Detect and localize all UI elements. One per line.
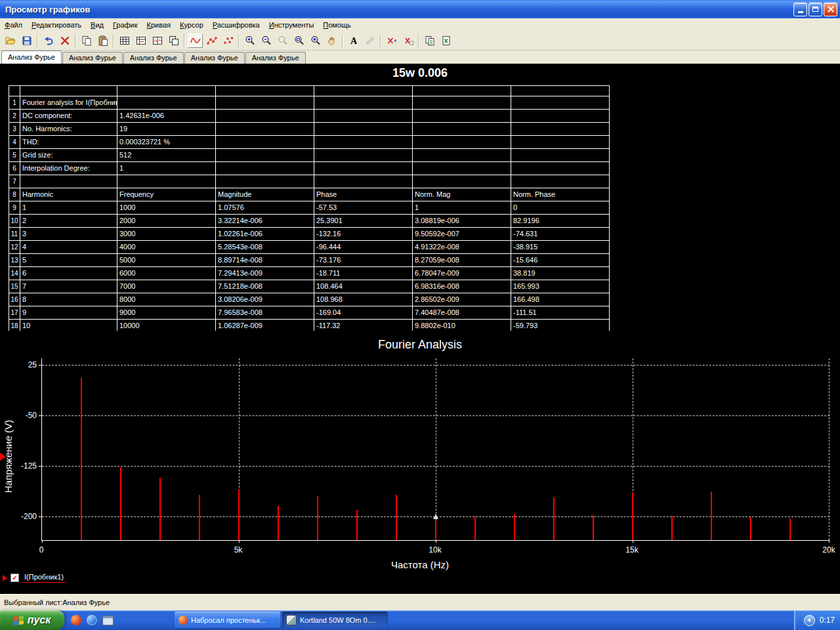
point-mode-button[interactable] bbox=[204, 33, 219, 48]
minimize-button[interactable] bbox=[793, 3, 807, 16]
tab-fourier-analysis-3[interactable]: Анализ Фурье bbox=[123, 52, 184, 64]
zoom-full-button[interactable] bbox=[308, 33, 323, 48]
show-traces-icon bbox=[152, 35, 163, 46]
row-number: 8 bbox=[9, 188, 20, 201]
task-label: Набросал простеньк... bbox=[191, 616, 266, 624]
show-traces-button[interactable] bbox=[150, 33, 165, 48]
copy-button[interactable] bbox=[79, 33, 94, 48]
pan-button[interactable] bbox=[324, 33, 339, 48]
toolbar-separator bbox=[37, 34, 38, 47]
tab-fourier-analysis-5[interactable]: Анализ Фурье bbox=[245, 52, 306, 64]
menu-item-9[interactable]: Помощь bbox=[318, 19, 356, 31]
properties-icon bbox=[169, 35, 179, 46]
menu-item-8[interactable]: Инструменты bbox=[264, 19, 319, 31]
delete-icon bbox=[60, 35, 70, 46]
table-cell: -117.32 bbox=[314, 320, 413, 331]
tab-fourier-analysis-1[interactable]: Анализ Фурье bbox=[1, 51, 62, 64]
cursor-values-button[interactable] bbox=[400, 33, 415, 48]
properties-button[interactable] bbox=[166, 33, 181, 48]
table-row: 10220003.32214e-00625.39013.08819e-00682… bbox=[9, 215, 610, 228]
table-cell: 165.993 bbox=[511, 280, 610, 293]
close-button[interactable] bbox=[824, 3, 837, 16]
menu-item-3[interactable]: Вид bbox=[86, 19, 108, 31]
menu-item-2[interactable]: Редактировать bbox=[27, 19, 86, 31]
export-data-button[interactable] bbox=[438, 33, 453, 48]
fourier-chart: Fourier Analysis Напряжение (V) Частота … bbox=[0, 331, 840, 578]
paste-button[interactable] bbox=[95, 33, 110, 48]
menu-item-1[interactable]: Файл bbox=[0, 19, 27, 31]
y-tick-mark bbox=[39, 415, 41, 416]
table-cell: 0 bbox=[511, 201, 610, 215]
table-cell: 1 bbox=[117, 162, 216, 175]
start-button[interactable]: пуск bbox=[0, 610, 64, 630]
trace-checkbox[interactable] bbox=[10, 574, 19, 582]
table-cell: 3.32214e-006 bbox=[216, 215, 314, 228]
internet-explorer-icon[interactable] bbox=[87, 615, 97, 625]
menu-item-5[interactable]: Кривая bbox=[142, 19, 175, 31]
table-cell: -57.53 bbox=[314, 201, 413, 215]
row-number: 18 bbox=[9, 320, 20, 331]
table-cell: -59.793 bbox=[511, 320, 610, 331]
scatter-mode-button[interactable] bbox=[220, 33, 236, 48]
row-number: 2 bbox=[9, 110, 20, 123]
chart-cursor-icon[interactable] bbox=[433, 514, 438, 519]
menu-item-4[interactable]: График bbox=[108, 19, 142, 31]
table-cell bbox=[413, 149, 511, 162]
zoom-in-button[interactable] bbox=[242, 33, 257, 48]
pan-icon bbox=[327, 35, 337, 46]
close-icon bbox=[827, 5, 835, 13]
open-button[interactable] bbox=[3, 33, 18, 48]
show-cursors-button[interactable] bbox=[384, 33, 399, 48]
line-mode-button[interactable] bbox=[188, 33, 203, 48]
table-cell: 1 bbox=[413, 201, 511, 215]
tab-fourier-analysis-4[interactable]: Анализ Фурье bbox=[184, 52, 245, 64]
table-row: 16880003.08206e-009108.9682.86502e-00916… bbox=[9, 293, 610, 306]
delete-button[interactable] bbox=[57, 33, 72, 48]
harmonic-stem bbox=[396, 495, 397, 540]
menu-item-6[interactable]: Курсор bbox=[175, 19, 208, 31]
hide-tray-icons-button[interactable] bbox=[804, 615, 815, 626]
zoom-window-button[interactable] bbox=[291, 33, 306, 48]
table-row: 13550008.89714e-008-73.1768.27059e-008-1… bbox=[9, 254, 610, 267]
table-row: 6Interpolation Degree:1 bbox=[9, 162, 610, 175]
tab-fourier-analysis-2[interactable]: Анализ Фурье bbox=[62, 52, 123, 64]
table-cell bbox=[511, 136, 610, 149]
table-cell: Magnitude bbox=[216, 188, 314, 201]
table-row: 17990007.96583e-008-169.047.40487e-008-1… bbox=[9, 306, 610, 320]
harmonic-stem bbox=[159, 478, 161, 540]
table-cell: Norm. Phase bbox=[511, 188, 610, 201]
show-desktop-icon[interactable] bbox=[102, 616, 114, 625]
table-cell: -18.711 bbox=[314, 267, 413, 280]
browser-ball-icon[interactable] bbox=[71, 615, 81, 625]
plot-area[interactable] bbox=[41, 358, 830, 541]
column-header-cell bbox=[413, 86, 511, 96]
task-button-2[interactable]: Kortland 50W 8Om 0.... bbox=[282, 612, 388, 628]
zoom-out-button[interactable] bbox=[259, 33, 274, 48]
task-button-1[interactable]: Набросал простеньк... bbox=[175, 612, 280, 628]
table-cell bbox=[216, 175, 314, 188]
zoom-full-icon bbox=[310, 35, 321, 46]
table-cell bbox=[117, 96, 216, 110]
add-text-button[interactable]: A bbox=[346, 33, 361, 48]
export-data-icon bbox=[441, 35, 452, 46]
table-cell: 6000 bbox=[117, 267, 216, 280]
x-tick-mark bbox=[633, 540, 633, 543]
save-button[interactable] bbox=[19, 33, 34, 48]
maximize-icon bbox=[812, 7, 818, 12]
row-number: 16 bbox=[9, 293, 20, 306]
toolbar-separator bbox=[184, 34, 185, 47]
maximize-button[interactable] bbox=[808, 3, 822, 16]
zoom-in-icon bbox=[245, 35, 255, 46]
trace-label: I(Пробник1) bbox=[22, 573, 66, 583]
menu-item-7[interactable]: Расшифровка bbox=[208, 19, 264, 31]
copy-graph-button[interactable] bbox=[422, 33, 437, 48]
table-cell: 7.29413e-009 bbox=[216, 267, 314, 280]
table-cell: Harmonic bbox=[20, 188, 117, 201]
table-cell: 19 bbox=[117, 123, 216, 136]
table-cell bbox=[511, 110, 610, 123]
undo-button[interactable] bbox=[41, 33, 56, 48]
show-grid-button[interactable] bbox=[117, 33, 132, 48]
table-cell: 512 bbox=[117, 149, 216, 162]
show-legend-button[interactable] bbox=[133, 33, 148, 48]
trace-cursor-arrow-icon[interactable] bbox=[0, 453, 6, 461]
